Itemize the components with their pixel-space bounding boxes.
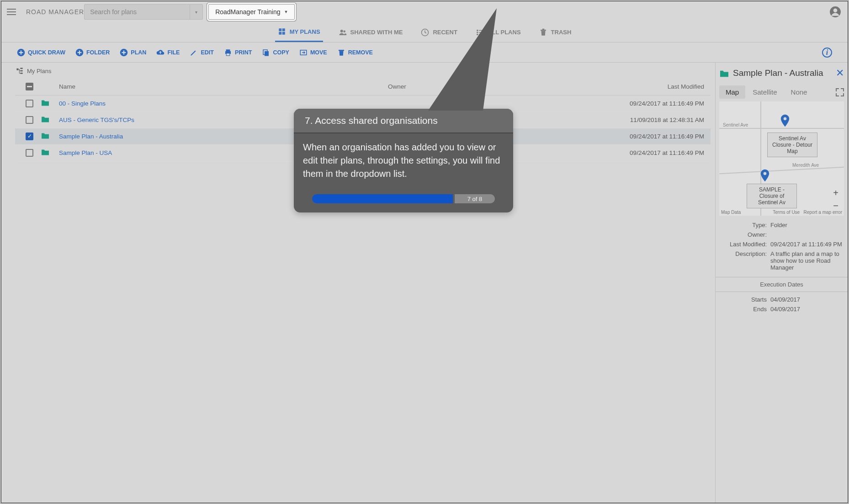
dashboard-icon [278,27,286,36]
organisation-dropdown[interactable]: RoadManager Training ▼ [208,4,295,20]
breadcrumb: My Plans [15,67,711,74]
map-tabs: Map Satellite None [719,85,844,99]
svg-rect-15 [541,30,546,31]
tutorial-body: When an organisation has added you to vi… [294,133,513,190]
map-label[interactable]: SAMPLE - Closure of Sentinel Av [747,184,797,208]
svg-rect-3 [282,28,285,31]
svg-rect-25 [122,52,126,53]
row-checkbox[interactable] [26,116,33,124]
row-modified: 11/09/2018 at 12:48:31 AM [589,117,708,123]
table-header-row: Name Owner Last Modified [15,78,711,95]
svg-rect-16 [542,28,544,29]
move-icon [299,48,308,57]
svg-point-7 [343,30,345,32]
map-pin-icon[interactable] [780,114,790,127]
map-pin-icon[interactable] [760,169,769,182]
folder-icon [41,132,50,139]
svg-rect-30 [265,51,269,56]
svg-rect-4 [279,32,281,35]
svg-point-6 [340,30,343,32]
tab-my-plans[interactable]: MY PLANS [275,22,323,42]
row-name[interactable]: AUS - Generic TGS's/TCPs [59,117,134,123]
row-modified: 09/24/2017 at 11:16:49 PM [589,149,708,156]
panel-title: Sample Plan - Australia [733,68,823,78]
tutorial-callout: 7. Access shared organisations When an o… [294,109,513,212]
svg-point-37 [784,117,787,121]
fullscreen-icon[interactable] [836,88,844,96]
search-placeholder: Search for plans [90,8,137,16]
details-panel: Sample Plan - Australia ✕ Map Satellite … [715,63,848,503]
quick-draw-button[interactable]: QUICK DRAW [17,48,65,57]
folder-button[interactable]: FOLDER [75,48,110,57]
remove-button[interactable]: REMOVE [337,48,373,57]
folder-icon [719,69,728,77]
upload-cloud-icon [156,48,164,57]
chevron-down-icon[interactable]: ▾ [190,5,202,19]
svg-rect-35 [20,70,22,72]
progress-label: 7 of 8 [455,194,495,203]
tab-trash[interactable]: TRASH [536,22,574,42]
move-button[interactable]: MOVE [299,48,327,57]
svg-rect-33 [16,69,18,70]
svg-rect-5 [282,32,285,35]
close-icon[interactable]: ✕ [836,67,844,79]
plus-circle-icon [17,48,25,57]
row-name[interactable]: Sample Plan - Australia [59,133,123,140]
copy-button[interactable]: COPY [262,48,289,57]
row-modified: 09/24/2017 at 11:16:49 PM [589,100,708,107]
edit-button[interactable]: EDIT [190,48,213,57]
row-checkbox[interactable] [26,133,33,140]
svg-rect-28 [226,53,230,55]
svg-rect-36 [20,73,22,74]
svg-point-38 [764,172,767,175]
profile-icon[interactable] [828,5,842,19]
map-tab-map[interactable]: Map [719,85,745,99]
map-label[interactable]: Sentinel Av Closure - Detour Map [767,133,817,157]
info-icon[interactable]: i [822,48,832,58]
folder-icon [41,116,50,123]
row-modified: 09/24/2017 at 11:16:49 PM [589,133,708,140]
tab-shared-with-me[interactable]: SHARED WITH ME [336,22,406,42]
column-last-modified[interactable]: Last Modified [589,83,708,90]
map-canvas[interactable]: Sentinel Ave Meredith Ave Sentinel Av Cl… [719,101,844,216]
column-name[interactable]: Name [59,83,388,90]
plus-circle-icon [75,48,84,57]
map-road [719,167,844,174]
file-button[interactable]: FILE [156,48,180,57]
svg-rect-22 [77,52,81,53]
caret-down-icon: ▼ [284,10,288,14]
search-input[interactable]: Search for plans ▾ [84,4,203,20]
row-name[interactable]: Sample Plan - USA [59,149,112,156]
people-icon [339,28,347,37]
folder-icon [41,99,50,106]
breadcrumb-label: My Plans [27,68,51,74]
trash-icon [539,28,547,37]
pencil-icon [190,48,198,57]
panel-title-row: Sample Plan - Australia ✕ [719,67,844,79]
zoom-control: + − [829,186,842,212]
plan-button[interactable]: PLAN [120,48,146,57]
print-icon [224,48,232,57]
zoom-in-button[interactable]: + [829,186,842,199]
meta-block: Type:Folder Owner: Last Modified:09/24/2… [719,220,844,314]
execution-dates-header: Execution Dates [716,277,848,292]
hamburger-icon[interactable] [7,6,18,17]
brand-title: ROAD MANAGER [26,8,84,16]
tutorial-progress: 7 of 8 [312,194,495,203]
copy-icon [262,48,270,57]
svg-rect-19 [19,52,23,53]
trash-icon [337,48,345,57]
print-button[interactable]: PRINT [224,48,252,57]
folder-icon [41,149,50,156]
row-checkbox[interactable] [26,149,33,157]
map-tab-satellite[interactable]: Satellite [746,85,783,99]
select-all-checkbox[interactable] [26,83,33,90]
map-credits: Map Data Terms of Use Report a map error [719,210,844,215]
tree-icon [16,67,23,74]
plus-circle-icon [120,48,128,57]
svg-rect-2 [279,28,281,31]
map-tab-none[interactable]: None [785,85,814,99]
row-checkbox[interactable] [26,100,33,107]
svg-marker-39 [428,8,497,111]
row-name[interactable]: 00 - Single Plans [59,100,106,107]
